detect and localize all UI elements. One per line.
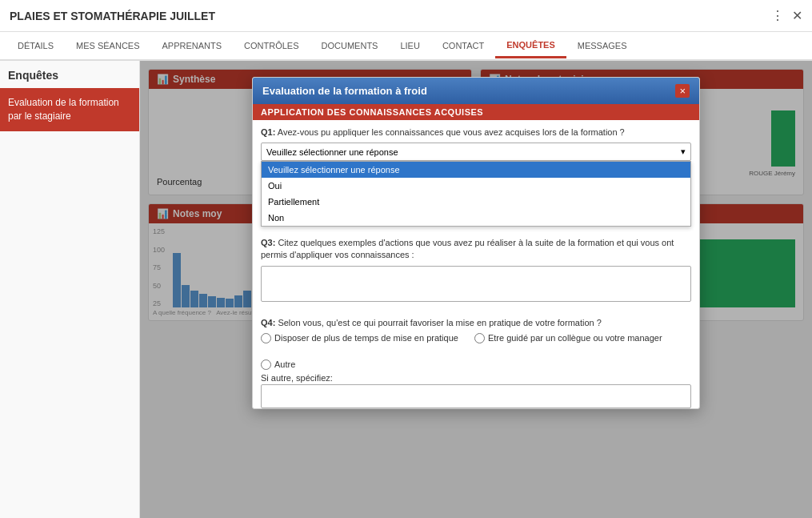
q4-option-temps[interactable]: Disposer de plus de temps de mise en pra… [261,333,458,343]
q4-radio-guide[interactable] [474,333,485,343]
q1-dropdown-trigger[interactable]: Veuillez sélectionner une réponse ▾ [261,143,691,161]
tab-lieu[interactable]: LIEU [389,34,430,57]
more-button[interactable]: ⋮ [771,8,784,23]
sidebar-title: Enquêtes [0,69,139,88]
tab-mes-seances[interactable]: MES SÉANCES [65,34,150,57]
modal-header: Evaluation de la formation à froid × [253,78,699,104]
tab-controles[interactable]: CONTRÔLES [233,34,310,57]
modal-body: APPLICATION DES CONNAISSANCES ACQUISES Q… [253,104,699,408]
tab-documents[interactable]: DOCUMENTS [310,34,390,57]
question-4-block: Q4: Selon vous, qu'est ce qui pourrait f… [253,311,699,408]
q4-radio-group: Disposer de plus de temps de mise en pra… [261,333,691,370]
chevron-down-icon: ▾ [681,147,686,157]
q1-dropdown-container: Veuillez sélectionner une réponse ▾ Veui… [261,143,691,161]
close-button[interactable]: ✕ [792,8,802,23]
dropdown-option-oui[interactable]: Oui [262,178,690,194]
modal-title: Evaluation de la formation à froid [262,85,427,97]
dropdown-option-partiellement[interactable]: Partiellement [262,194,690,210]
tab-apprenants[interactable]: APPRENANTS [151,34,234,57]
tab-contact[interactable]: CONTACT [431,34,495,57]
sidebar-item-evaluation[interactable]: Evaluation de la formation par le stagia… [0,88,139,131]
app-title: PLAIES ET STOMATHÉRAPIE JUILLET [10,10,215,22]
q1-selected-value: Veuillez sélectionner une réponse [266,147,398,157]
modal-close-button[interactable]: × [675,84,690,98]
dropdown-option-non[interactable]: Non [262,210,690,226]
question-3-label: Q3: Citez quelques exemples d'actions qu… [261,237,691,262]
modal-overlay: Evaluation de la formation à froid × APP… [140,61,812,518]
tab-enquetes[interactable]: ENQUÊTES [495,34,566,58]
tab-details[interactable]: DÉTAILS [6,34,65,57]
tab-messages[interactable]: MESSAGES [566,34,638,57]
title-bar-actions: ⋮ ✕ [771,8,802,23]
si-autre-label: Si autre, spécifiez: [261,373,691,383]
q3-textarea[interactable] [261,266,691,302]
modal-section-header: APPLICATION DES CONNAISSANCES ACQUISES [253,104,699,120]
q4-option-autre[interactable]: Autre [261,359,295,370]
modal-dialog: Evaluation de la formation à froid × APP… [252,77,700,409]
q1-dropdown-list: Veuillez sélectionner une réponse Oui Pa… [261,161,691,227]
q4-autre-textarea[interactable] [261,384,691,408]
q4-radio-temps[interactable] [261,333,271,343]
nav-tabs: DÉTAILS MES SÉANCES APPRENANTS CONTRÔLES… [0,32,812,61]
question-1-label: Q1: Avez-vous pu appliquer les connaissa… [261,126,691,139]
dropdown-option-placeholder[interactable]: Veuillez sélectionner une réponse [262,162,690,178]
q4-option-guide[interactable]: Etre guidé par un collègue ou votre mana… [474,333,662,343]
content-area: 📊 Synthèse 4,5 Pourcentag 📊 Notes des st… [140,61,812,518]
question-4-label: Q4: Selon vous, qu'est ce qui pourrait f… [261,317,691,329]
question-3-block: Q3: Citez quelques exemples d'actions qu… [253,231,699,311]
main-content: Enquêtes Evaluation de la formation par … [0,61,812,518]
sidebar: Enquêtes Evaluation de la formation par … [0,61,140,518]
q4-radio-autre[interactable] [261,359,271,370]
question-1-block: Q1: Avez-vous pu appliquer les connaissa… [253,120,699,167]
title-bar: PLAIES ET STOMATHÉRAPIE JUILLET ⋮ ✕ [0,0,812,32]
